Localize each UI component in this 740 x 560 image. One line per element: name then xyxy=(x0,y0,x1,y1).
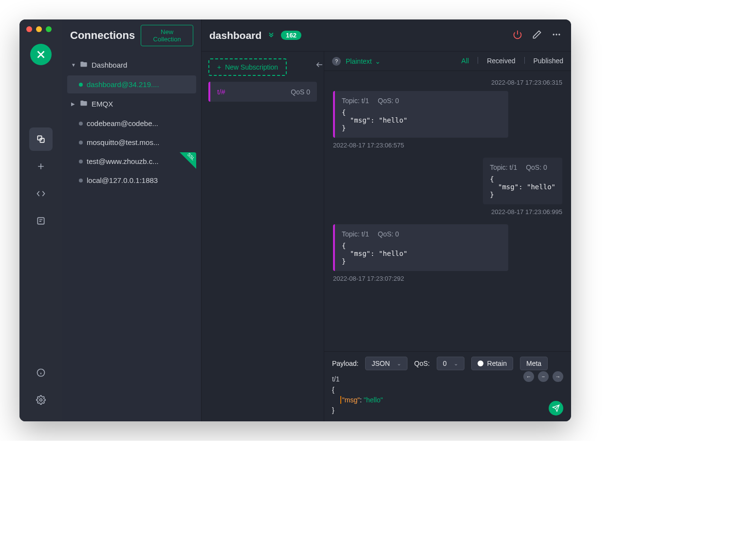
chevron-down-icon: ⌄ xyxy=(397,361,401,367)
message-timestamp: 2022-08-17 17:23:06:575 xyxy=(333,142,562,149)
subscription-topic: t/# xyxy=(217,88,291,96)
nav-settings[interactable] xyxy=(29,388,53,412)
message-timestamp: 2022-08-17 17:23:07:292 xyxy=(333,275,562,282)
retain-toggle[interactable]: Retain xyxy=(471,357,513,370)
message-timestamp: 2022-08-17 17:23:06:995 xyxy=(491,208,562,216)
svg-point-5 xyxy=(553,34,555,35)
connection-topbar: dashboard 162 xyxy=(202,19,571,52)
tab-received[interactable]: Received xyxy=(487,57,515,66)
publish-composer: Payload: JSON ⌄ QoS: 0 ⌄ Retain xyxy=(324,351,571,421)
status-dot-icon xyxy=(79,122,83,126)
window-controls xyxy=(26,26,52,32)
tab-all[interactable]: All xyxy=(462,57,469,66)
payload-format-label: Plaintext xyxy=(346,57,372,65)
message-body: { "msg": "hello" } xyxy=(342,242,501,265)
tree-connection-ssl[interactable]: test@www.zhouzb.c... SSL xyxy=(67,152,196,170)
svg-point-7 xyxy=(558,34,560,35)
message-body: { "msg": "hello" } xyxy=(342,108,501,132)
connection-tree: ▼ Dashboard dashboard@34.219.... ▶ EMQX … xyxy=(62,52,201,421)
sidebar-title: Connections xyxy=(70,29,135,42)
payload-label: Payload: xyxy=(332,360,358,367)
plus-icon: + xyxy=(217,63,221,71)
toggle-indicator xyxy=(478,361,483,366)
publish-topic-input[interactable]: t/1 xyxy=(332,375,340,383)
tree-group-label: Dashboard xyxy=(92,61,127,69)
history-clear-button[interactable]: − xyxy=(538,371,549,382)
chevron-down-icon: ▼ xyxy=(71,62,76,68)
tree-connection[interactable]: local@127.0.0.1:1883 xyxy=(67,171,196,189)
nav-connections[interactable] xyxy=(29,127,53,151)
more-menu-button[interactable] xyxy=(550,28,563,43)
expand-all-icon[interactable] xyxy=(267,31,275,40)
messages-panel: ? Plaintext ⌄ All Received Published xyxy=(324,52,571,421)
message-body: { "msg": "hello" } xyxy=(490,175,555,199)
folder-icon xyxy=(80,60,88,70)
minimize-window[interactable] xyxy=(36,26,42,32)
message-topic: Topic: t/1 xyxy=(342,97,369,105)
subscription-qos: QoS 0 xyxy=(291,88,310,96)
status-dot-icon xyxy=(79,179,83,182)
message-topic: Topic: t/1 xyxy=(342,230,369,238)
nav-new[interactable] xyxy=(29,155,53,178)
tree-connection[interactable]: mosquitto@test.mos... xyxy=(67,133,196,151)
main-panel: dashboard 162 + New Subscription xyxy=(202,19,571,421)
message-list[interactable]: 2022-08-17 17:23:06:315 Topic: t/1 QoS: … xyxy=(324,71,571,351)
svg-point-6 xyxy=(555,34,557,35)
tree-group-emqx[interactable]: ▶ EMQX xyxy=(67,94,196,113)
connection-name: dashboard@34.219.... xyxy=(87,80,192,89)
connection-title: dashboard xyxy=(209,30,261,41)
chevron-down-icon: ⌄ xyxy=(375,57,381,65)
tree-group-label: EMQX xyxy=(92,100,113,108)
nav-log[interactable] xyxy=(29,209,53,233)
chevron-right-icon: ▶ xyxy=(71,101,76,107)
tab-published[interactable]: Published xyxy=(534,57,564,66)
new-subscription-label: New Subscription xyxy=(225,63,278,71)
nav-about[interactable] xyxy=(29,361,53,384)
status-dot-icon xyxy=(79,83,83,87)
message-published: Topic: t/1 QoS: 0 { "msg": "hello" } 202… xyxy=(333,158,562,216)
edit-button[interactable] xyxy=(530,28,544,43)
status-dot-icon xyxy=(79,141,83,145)
message-topic: Topic: t/1 xyxy=(490,163,517,171)
new-subscription-button[interactable]: + New Subscription xyxy=(208,58,287,76)
message-count-badge: 162 xyxy=(281,31,301,40)
qos-dropdown[interactable]: 0 ⌄ xyxy=(437,357,464,370)
message-qos: QoS: 0 xyxy=(526,163,547,171)
history-prev-button[interactable]: ← xyxy=(523,371,534,382)
app-window: Connections New Collection ▼ Dashboard d… xyxy=(19,19,571,421)
tree-group-dashboard[interactable]: ▼ Dashboard xyxy=(67,55,196,74)
connection-name: codebeam@codebe... xyxy=(87,119,192,127)
meta-button[interactable]: Meta xyxy=(520,357,548,370)
tree-connection[interactable]: dashboard@34.219.... xyxy=(67,75,196,93)
subscriptions-panel: + New Subscription t/# QoS 0 xyxy=(202,52,324,421)
help-icon[interactable]: ? xyxy=(332,57,341,66)
nav-iconbar xyxy=(19,19,62,421)
status-dot-icon xyxy=(79,160,83,163)
connections-sidebar: Connections New Collection ▼ Dashboard d… xyxy=(62,19,202,421)
message-received: Topic: t/1 QoS: 0 { "msg": "hello" } 202… xyxy=(333,224,562,282)
connection-name: local@127.0.0.1:1883 xyxy=(87,176,192,184)
subscription-item[interactable]: t/# QoS 0 xyxy=(208,82,317,102)
message-timestamp: 2022-08-17 17:23:06:315 xyxy=(333,79,562,86)
history-next-button[interactable]: → xyxy=(553,371,563,382)
payload-format-dropdown[interactable]: JSON ⌄ xyxy=(365,357,407,370)
message-filter-tabs: All Received Published xyxy=(462,57,563,66)
connection-name: mosquitto@test.mos... xyxy=(87,138,192,146)
message-qos: QoS: 0 xyxy=(378,230,399,238)
send-button[interactable] xyxy=(549,401,563,415)
qos-label: QoS: xyxy=(414,360,430,367)
message-received: Topic: t/1 QoS: 0 { "msg": "hello" } 202… xyxy=(333,91,562,149)
tree-connection[interactable]: codebeam@codebe... xyxy=(67,114,196,132)
payload-editor[interactable]: { "msg": "hello" } xyxy=(332,385,563,415)
nav-scripts[interactable] xyxy=(29,182,53,205)
svg-point-4 xyxy=(40,399,42,401)
folder-icon xyxy=(80,99,88,108)
payload-format-select[interactable]: Plaintext ⌄ xyxy=(346,57,381,65)
maximize-window[interactable] xyxy=(46,26,52,32)
new-collection-button[interactable]: New Collection xyxy=(141,25,193,46)
message-qos: QoS: 0 xyxy=(378,97,399,105)
collapse-panel-icon[interactable] xyxy=(315,60,324,71)
close-window[interactable] xyxy=(26,26,32,32)
disconnect-button[interactable] xyxy=(511,28,524,43)
chevron-down-icon: ⌄ xyxy=(454,361,458,367)
